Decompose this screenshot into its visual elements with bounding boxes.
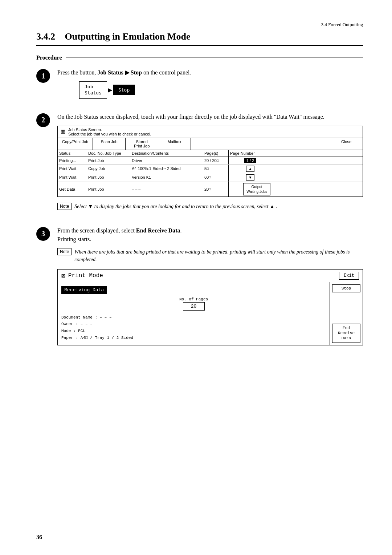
- job-status-line1: Job: [85, 84, 93, 89]
- section-ref-text: 3.4 Forced Outputting: [321, 22, 363, 27]
- note-text: Select ▼ to display the jobs that you ar…: [74, 203, 277, 210]
- tab-copy-print[interactable]: Copy/Print Job: [58, 138, 93, 150]
- tab-row: Copy/Print Job Scan Job StoredPrint Job …: [58, 138, 363, 150]
- step-3-bold: End Receive Data: [136, 227, 180, 234]
- receiving-data-label: Receiving Data: [61, 286, 107, 294]
- print-mode-title-text: Print Mode: [68, 272, 103, 279]
- step-1-text: Press the button, Job Status ▶ Stop on t…: [57, 68, 363, 77]
- pages-icon: □: [217, 159, 219, 162]
- step-3-number: 3: [36, 227, 50, 241]
- table-row: Get Data Print Job – – – 20 □ OutputWait…: [58, 182, 363, 197]
- print-details: Document Name : – – – Owner : – – – Mode…: [61, 314, 326, 341]
- step-3: 3 From the screen displayed, select End …: [36, 226, 363, 349]
- table-row: Printing... Print Job Driver 20 / 20 □ 1…: [58, 157, 363, 165]
- chapter-title-text: Outputting in Emulation Mode: [65, 31, 191, 42]
- screen-grid-icon: ▦: [61, 128, 65, 134]
- step-2: 2 On the Job Status screen displayed, to…: [36, 113, 363, 216]
- procedure-text: Procedure: [36, 54, 62, 61]
- row2-doctype: Copy Job: [87, 165, 130, 172]
- col-header-dest: Destination/Contents: [130, 150, 203, 157]
- output-waiting-btn[interactable]: OutputWaiting Jobs: [243, 183, 270, 195]
- step-3-text: From the screen displayed, select End Re…: [57, 226, 363, 244]
- tab-mailbox[interactable]: Mailbox: [158, 138, 191, 150]
- note-text-3: When there are jobs that are being print…: [74, 248, 363, 263]
- row3-pagenum: ▼: [228, 173, 272, 182]
- stop-button[interactable]: Stop: [332, 284, 360, 292]
- col-header-docno: Doc. No.-Job Type: [87, 150, 130, 157]
- procedure-label: Procedure: [36, 54, 363, 61]
- step-2-content: On the Job Status screen displayed, touc…: [57, 113, 363, 216]
- table-row: Print Wait Print Job Version K1 60 □ ▼: [58, 173, 363, 182]
- row1-dest: Driver: [130, 157, 203, 164]
- table-row: Print Wait Copy Job A4 100%:1-Sided→2-Si…: [58, 165, 363, 173]
- job-status-button-group: Job Status ▶ Stop: [79, 81, 363, 99]
- tab-stored-print[interactable]: StoredPrint Job: [126, 138, 158, 150]
- row3-doctype: Print Job: [87, 174, 130, 181]
- row1-status: Printing...: [58, 157, 87, 164]
- job-status-line2: Status: [85, 90, 102, 96]
- screen-header-text: Job Status Screen. Select the job that y…: [68, 127, 151, 136]
- chapter-number: 3.4.2: [36, 31, 55, 42]
- note-label-3: Note: [57, 248, 72, 255]
- chapter-title: 3.4.2 Outputting in Emulation Mode: [36, 31, 363, 46]
- job-status-btn: Job Status: [79, 81, 107, 99]
- page-number: 36: [36, 534, 42, 540]
- section-header: 3.4 Forced Outputting: [36, 22, 363, 28]
- row2-dest: A4 100%:1-Sided→2-Sided: [130, 165, 203, 172]
- print-mode-header: ⊠ Print Mode Exit: [58, 270, 363, 282]
- page: 3.4 Forced Outputting 3.4.2 Outputting i…: [0, 0, 392, 555]
- step-1-content: Press the button, Job Status ▶ Stop on t…: [57, 68, 363, 102]
- row4-dest: – – –: [130, 186, 203, 193]
- screen-header-line2: Select the job that you wish to check or…: [68, 132, 151, 136]
- row2-pagenum: ▲: [228, 165, 272, 173]
- print-mode-main: Receiving Data No. of Pages 20 Document …: [58, 282, 330, 345]
- step-2-number: 2: [36, 113, 50, 127]
- step-2-note: Note Select ▼ to display the jobs that y…: [57, 203, 363, 210]
- row3-dest: Version K1: [130, 174, 203, 181]
- stop-btn: Stop: [113, 85, 135, 95]
- row4-doctype: Print Job: [87, 186, 130, 193]
- note-label: Note: [57, 203, 72, 210]
- row2-pages: 5 □: [203, 165, 228, 172]
- nav-up-btn[interactable]: ▲: [246, 166, 255, 172]
- print-mode-screen: ⊠ Print Mode Exit Receiving Data No. of …: [57, 269, 363, 345]
- row1-doctype: Print Job: [87, 157, 130, 164]
- step-3-content: From the screen displayed, select End Re…: [57, 226, 363, 349]
- column-headers: Status Doc. No.-Job Type Destination/Con…: [58, 150, 363, 157]
- end-receive-data-button[interactable]: EndReceive Data: [332, 324, 360, 343]
- tab-close[interactable]: Close: [330, 138, 363, 150]
- print-mode-body: Receiving Data No. of Pages 20 Document …: [58, 282, 363, 345]
- print-mode-title: ⊠ Print Mode: [61, 272, 103, 280]
- step-1-number: 1: [36, 69, 50, 83]
- tab-scan-job[interactable]: Scan Job: [93, 138, 126, 150]
- pages-icon2: □: [207, 167, 208, 170]
- screen-header-line1: Job Status Screen.: [68, 127, 151, 132]
- row1-pagenum: 1 / 2: [228, 157, 272, 164]
- col-header-pages: Page(s): [203, 150, 228, 157]
- step-1-bold: Job Status ▶ Stop: [97, 69, 142, 76]
- doc-name: Document Name : – – –: [61, 314, 326, 321]
- row4-pages: 20 □: [203, 186, 228, 193]
- job-status-screen: ▦ Job Status Screen. Select the job that…: [57, 126, 363, 197]
- nav-down-btn[interactable]: ▼: [246, 174, 255, 181]
- pages-label: No. of Pages: [61, 297, 326, 301]
- pages-icon4: □: [209, 187, 211, 191]
- step-2-text: On the Job Status screen displayed, touc…: [57, 113, 363, 121]
- exit-button[interactable]: Exit: [339, 272, 359, 280]
- step-3-note: Note When there are jobs that are being …: [57, 248, 363, 263]
- row1-pages: 20 / 20 □: [203, 157, 228, 164]
- row2-status: Print Wait: [58, 165, 87, 172]
- mode: Mode : PCL: [61, 328, 326, 335]
- arrow-icon: ▶: [108, 86, 112, 93]
- row4-status: Get Data: [58, 186, 87, 193]
- step-1: 1 Press the button, Job Status ▶ Stop on…: [36, 68, 363, 102]
- col-header-status: Status: [58, 150, 87, 157]
- print-mode-icon: ⊠: [61, 272, 65, 280]
- paper: Paper : A4□ / Tray 1 / 2-Sided: [61, 335, 326, 341]
- screen-header: ▦ Job Status Screen. Select the job that…: [58, 126, 363, 138]
- row3-status: Print Wait: [58, 174, 87, 181]
- print-mode-sidebar: Stop EndReceive Data: [330, 282, 363, 345]
- row4-pagenum: OutputWaiting Jobs: [228, 182, 272, 197]
- col-header-pagenum: Page Number: [228, 150, 272, 157]
- page-highlight: 1 / 2: [244, 158, 256, 163]
